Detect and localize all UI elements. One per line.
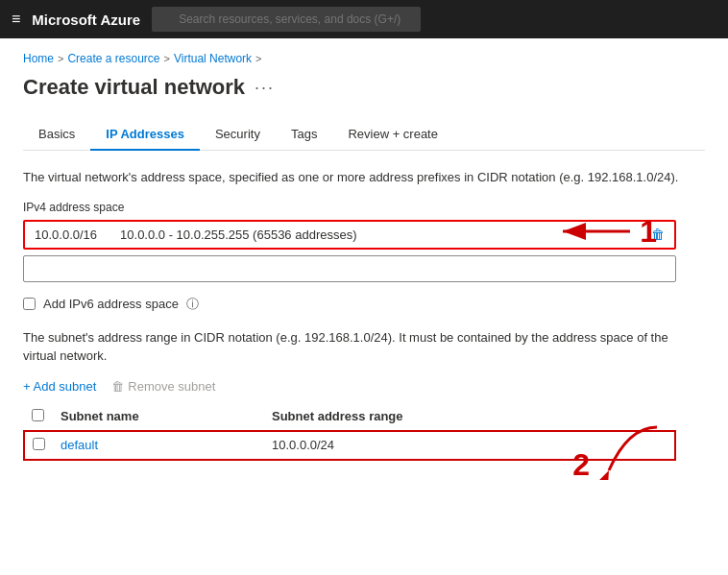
tab-tags[interactable]: Tags (276, 119, 332, 151)
subnet-range-cell: 10.0.0.0/24 (264, 431, 675, 460)
main-wrap: 10.0.0.0/16 10.0.0.0 - 10.0.255.255 (655… (23, 220, 705, 461)
subnet-table-body: default 10.0.0.0/24 (24, 431, 675, 460)
row-checkbox[interactable] (33, 438, 45, 450)
ipv6-checkbox[interactable] (23, 298, 36, 310)
topbar: ≡ Microsoft Azure 🔍 (0, 0, 728, 38)
tab-ip-addresses[interactable]: IP Addresses (90, 119, 200, 151)
page-title-row: Create virtual network ··· (23, 75, 705, 100)
ipv4-address-row[interactable]: 10.0.0.0/16 10.0.0.0 - 10.0.255.255 (655… (23, 220, 676, 250)
breadcrumb-sep-1: > (58, 53, 63, 64)
select-all-checkbox[interactable] (32, 409, 44, 421)
hamburger-icon[interactable]: ≡ (12, 11, 20, 28)
brand-name: Microsoft Azure (32, 12, 140, 28)
breadcrumb: Home > Create a resource > Virtual Netwo… (23, 52, 705, 65)
remove-subnet-button[interactable]: 🗑 Remove subnet (111, 379, 215, 394)
ipv6-label: Add IPv6 address space (43, 297, 179, 311)
remove-subnet-label: Remove subnet (128, 379, 215, 394)
info-icon[interactable]: ⓘ (186, 296, 199, 313)
table-row: default 10.0.0.0/24 (24, 431, 675, 460)
tab-basics[interactable]: Basics (23, 119, 90, 151)
subnet-name-cell: default (53, 431, 264, 460)
add-subnet-button[interactable]: + Add subnet (23, 379, 96, 394)
row-check-cell[interactable] (24, 431, 53, 460)
search-input[interactable] (152, 7, 421, 32)
empty-address-input[interactable] (23, 255, 676, 282)
subnet-description: The subnet's address range in CIDR notat… (23, 328, 676, 366)
tab-review-create[interactable]: Review + create (332, 119, 453, 151)
breadcrumb-home[interactable]: Home (23, 52, 54, 65)
content-area: Home > Create a resource > Virtual Netwo… (0, 38, 728, 484)
subnet-table-header: Subnet name Subnet address range (24, 403, 675, 431)
ipv4-label: IPv4 address space (23, 201, 705, 214)
tabs-container: Basics IP Addresses Security Tags Review… (23, 119, 705, 151)
subnet-toolbar: + Add subnet 🗑 Remove subnet (23, 379, 705, 394)
search-wrapper: 🔍 (152, 7, 421, 32)
breadcrumb-virtual-network[interactable]: Virtual Network (174, 52, 252, 65)
breadcrumb-sep-2: > (164, 53, 170, 64)
delete-address-icon[interactable]: 🗑 (651, 227, 665, 242)
ipv6-checkbox-row: Add IPv6 address space ⓘ (23, 296, 705, 313)
subnet-name-link[interactable]: default (61, 438, 98, 452)
address-range: 10.0.0.0 - 10.0.255.255 (65536 addresses… (120, 228, 356, 242)
th-subnet-range: Subnet address range (264, 403, 675, 431)
page-title-menu[interactable]: ··· (255, 78, 275, 98)
ip-description: The virtual network's address space, spe… (23, 168, 705, 187)
address-cidr: 10.0.0.0/16 (35, 228, 97, 242)
page-title: Create virtual network (23, 75, 245, 100)
tab-security[interactable]: Security (200, 119, 276, 151)
breadcrumb-create-resource[interactable]: Create a resource (67, 52, 159, 65)
subnet-table: Subnet name Subnet address range default… (23, 403, 676, 461)
th-check (24, 403, 53, 431)
breadcrumb-sep-3: > (255, 53, 261, 64)
trash-icon: 🗑 (111, 379, 124, 394)
th-subnet-name: Subnet name (53, 403, 264, 431)
